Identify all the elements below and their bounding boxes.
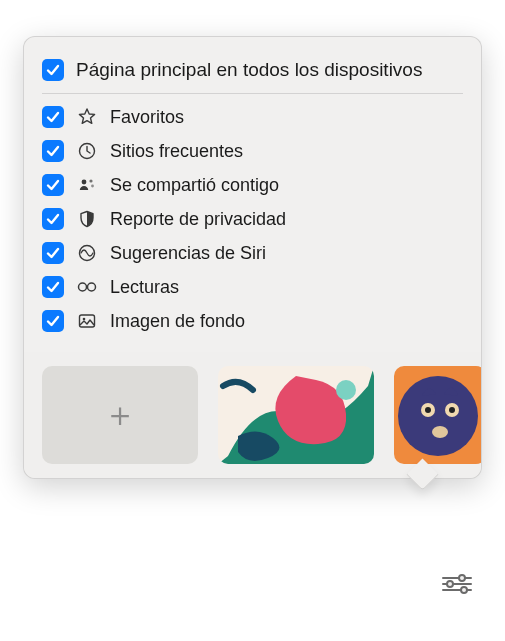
customize-toolbar-button[interactable] [437,568,477,600]
svg-point-24 [461,587,467,593]
svg-point-1 [82,180,87,185]
svg-point-17 [449,407,455,413]
label-favorites: Favoritos [110,107,184,128]
option-sync-devices[interactable]: Página principal en todos los dispositiv… [42,53,463,94]
label-background: Imagen de fondo [110,311,245,332]
checkbox-sync-devices[interactable] [42,59,64,81]
star-icon [76,107,98,127]
shared-with-you-icon [76,175,98,195]
option-siri[interactable]: Sugerencias de Siri [42,236,463,270]
label-frequent: Sitios frecuentes [110,141,243,162]
svg-point-3 [91,185,94,188]
label-privacy: Reporte de privacidad [110,209,286,230]
option-privacy[interactable]: Reporte de privacidad [42,202,463,236]
add-background-button[interactable]: ＋ [42,366,198,464]
option-shared[interactable]: Se compartió contigo [42,168,463,202]
option-favorites[interactable]: Favoritos [42,100,463,134]
background-thumbnail-2[interactable] [394,366,481,464]
svg-point-5 [79,283,87,291]
option-background[interactable]: Imagen de fondo [42,304,463,338]
checkbox-background[interactable] [42,310,64,332]
reading-list-icon [76,277,98,297]
checkbox-privacy[interactable] [42,208,64,230]
svg-point-22 [459,575,465,581]
svg-point-6 [88,283,96,291]
svg-point-18 [432,426,448,438]
svg-point-16 [425,407,431,413]
customize-start-page-popover: Página principal en todos los dispositiv… [23,36,482,479]
image-icon [76,311,98,331]
svg-point-9 [83,318,86,321]
checkbox-shared[interactable] [42,174,64,196]
checkbox-favorites[interactable] [42,106,64,128]
popover-caret [411,475,433,487]
label-sync-devices: Página principal en todos los dispositiv… [76,59,422,81]
svg-rect-8 [80,315,95,327]
option-reading[interactable]: Lecturas [42,270,463,304]
checkbox-siri[interactable] [42,242,64,264]
siri-icon [76,243,98,263]
label-reading: Lecturas [110,277,179,298]
label-shared: Se compartió contigo [110,175,279,196]
plus-icon: ＋ [103,392,137,438]
option-frequent[interactable]: Sitios frecuentes [42,134,463,168]
svg-point-2 [89,179,92,182]
svg-point-11 [336,380,356,400]
shield-icon [76,209,98,229]
options-list: Página principal en todos los dispositiv… [24,53,481,342]
checkbox-reading[interactable] [42,276,64,298]
label-siri: Sugerencias de Siri [110,243,266,264]
checkbox-frequent[interactable] [42,140,64,162]
svg-point-23 [447,581,453,587]
svg-point-13 [398,376,478,456]
clock-icon [76,141,98,161]
background-thumbnails: ＋ [24,352,481,478]
background-thumbnail-1[interactable] [218,366,374,464]
